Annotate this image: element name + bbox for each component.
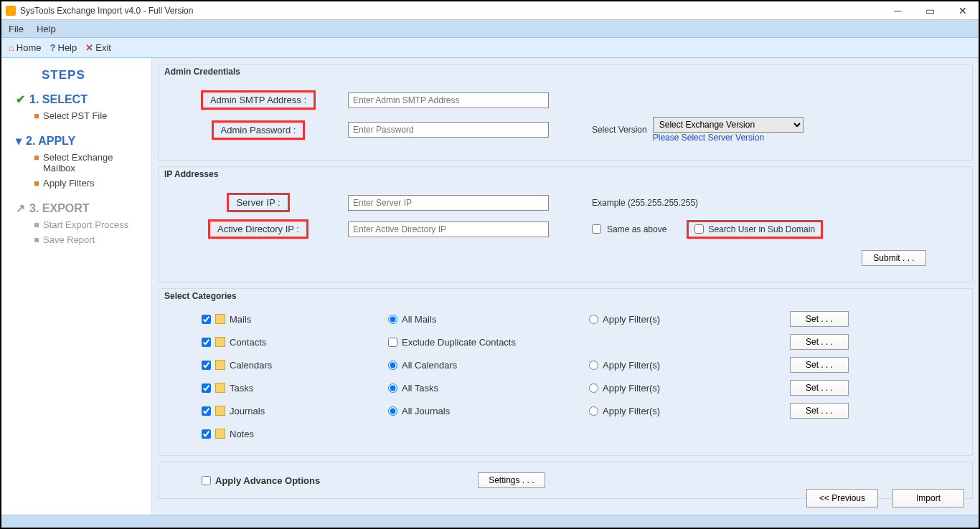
set-button[interactable]: Set . . . bbox=[790, 357, 849, 373]
step-2-heading[interactable]: ▾2. APPLY bbox=[16, 134, 143, 148]
apply-filter-radio[interactable] bbox=[589, 383, 598, 393]
category-label: Mails bbox=[230, 314, 251, 325]
ip-example-text: Example (255.255.255.255) bbox=[592, 198, 698, 208]
category-checkbox[interactable] bbox=[202, 406, 211, 416]
window-title: SysTools Exchange Import v4.0 - Full Ver… bbox=[20, 6, 193, 16]
apply-filter-label: Apply Filter(s) bbox=[603, 360, 660, 371]
statusbar bbox=[1, 515, 979, 528]
select-version-label: Select Version bbox=[592, 125, 647, 135]
server-ip-input[interactable] bbox=[348, 195, 549, 211]
all-option-radio[interactable] bbox=[388, 315, 397, 324]
category-row-calendars: CalendarsAll CalendarsApply Filter(s)Set… bbox=[202, 353, 962, 376]
menubar: File Help bbox=[1, 19, 979, 38]
categories-title: Select Categories bbox=[159, 289, 972, 303]
category-row-notes: Notes bbox=[202, 422, 962, 445]
category-label: Calendars bbox=[230, 360, 272, 371]
all-option-radio[interactable] bbox=[388, 361, 397, 370]
all-option-label: All Mails bbox=[402, 314, 436, 325]
category-checkbox[interactable] bbox=[202, 429, 211, 439]
same-as-above-checkbox[interactable] bbox=[592, 224, 601, 234]
all-option-label: All Calendars bbox=[402, 360, 457, 371]
all-option-label: All Journals bbox=[402, 406, 450, 416]
settings-button[interactable]: Settings . . . bbox=[478, 472, 545, 488]
category-icon bbox=[215, 337, 225, 347]
category-row-mails: MailsAll MailsApply Filter(s)Set . . . bbox=[202, 308, 962, 330]
set-button[interactable]: Set . . . bbox=[790, 334, 849, 350]
category-icon bbox=[215, 314, 225, 324]
toolbar-exit[interactable]: ✕Exit bbox=[85, 42, 111, 53]
step-3-item-0: Start Export Process bbox=[34, 219, 143, 230]
bullet-icon bbox=[34, 238, 39, 242]
submit-button[interactable]: Submit . . . bbox=[862, 250, 926, 266]
bullet-icon bbox=[34, 223, 39, 227]
exclude-dup-checkbox[interactable] bbox=[388, 338, 397, 347]
step-3-item-1: Save Report bbox=[34, 234, 143, 245]
apply-filter-label: Apply Filter(s) bbox=[603, 314, 660, 325]
ad-ip-input[interactable] bbox=[348, 221, 549, 237]
category-label: Tasks bbox=[230, 383, 253, 394]
maximize-button[interactable]: ▭ bbox=[914, 1, 946, 19]
search-sub-domain-checkbox[interactable] bbox=[694, 224, 704, 234]
set-button[interactable]: Set . . . bbox=[790, 380, 849, 396]
admin-password-input[interactable] bbox=[348, 122, 549, 138]
check-icon: ✔ bbox=[16, 92, 25, 106]
home-icon: ⌂ bbox=[9, 42, 14, 53]
admin-smtp-input[interactable] bbox=[348, 92, 549, 108]
category-label: Contacts bbox=[230, 337, 266, 348]
select-version-dropdown[interactable]: Select Exchange Version bbox=[653, 117, 804, 133]
filter-icon: ▾ bbox=[16, 134, 22, 148]
all-option-radio[interactable] bbox=[388, 383, 397, 393]
set-button[interactable]: Set . . . bbox=[790, 311, 849, 327]
search-sub-domain-label: Search User in Sub Domain bbox=[708, 224, 815, 234]
apply-advance-label: Apply Advance Options bbox=[215, 475, 320, 486]
apply-filter-label: Apply Filter(s) bbox=[603, 406, 660, 416]
category-checkbox[interactable] bbox=[202, 383, 211, 393]
step-2-item-0[interactable]: Select Exchange Mailbox bbox=[34, 152, 143, 173]
category-icon bbox=[215, 429, 225, 439]
group-categories: Select Categories MailsAll MailsApply Fi… bbox=[158, 288, 973, 456]
apply-advance-checkbox[interactable] bbox=[202, 476, 211, 485]
app-icon bbox=[6, 6, 16, 16]
group-ip-addresses: IP Addresses Server IP : Example (255.25… bbox=[158, 166, 973, 282]
close-button[interactable]: ✕ bbox=[946, 1, 979, 19]
search-sub-domain-box: Search User in Sub Domain bbox=[687, 220, 823, 239]
toolbar: ⌂Home ?Help ✕Exit bbox=[1, 38, 979, 58]
apply-filter-label: Apply Filter(s) bbox=[603, 383, 660, 394]
select-version-hint: Please Select Server Version bbox=[653, 133, 804, 143]
apply-filter-radio[interactable] bbox=[589, 406, 598, 416]
server-ip-label: Server IP : bbox=[227, 193, 289, 212]
menu-help[interactable]: Help bbox=[37, 24, 56, 34]
admin-group-title: Admin Credentials bbox=[159, 65, 972, 79]
group-admin-credentials: Admin Credentials Admin SMTP Address : A… bbox=[158, 64, 973, 161]
bullet-icon bbox=[34, 114, 39, 118]
category-checkbox[interactable] bbox=[202, 361, 211, 370]
step-1-heading[interactable]: ✔1. SELECT bbox=[16, 92, 143, 106]
minimize-button[interactable]: ─ bbox=[882, 1, 914, 19]
category-row-tasks: TasksAll TasksApply Filter(s)Set . . . bbox=[202, 376, 962, 399]
ip-group-title: IP Addresses bbox=[159, 167, 972, 181]
previous-button[interactable]: << Previous bbox=[806, 489, 878, 507]
step-2-item-1[interactable]: Apply Filters bbox=[34, 178, 143, 189]
category-row-contacts: ContactsExclude Duplicate ContactsSet . … bbox=[202, 330, 962, 353]
apply-filter-radio[interactable] bbox=[589, 315, 598, 324]
apply-filter-radio[interactable] bbox=[589, 361, 598, 370]
category-icon bbox=[215, 383, 225, 393]
set-button[interactable]: Set . . . bbox=[790, 403, 849, 419]
category-checkbox[interactable] bbox=[202, 315, 211, 324]
ad-ip-label: Active Directory IP : bbox=[208, 219, 308, 239]
step-1-item-0[interactable]: Select PST File bbox=[34, 110, 143, 121]
category-label: Journals bbox=[230, 406, 265, 416]
all-option-radio[interactable] bbox=[388, 406, 397, 416]
toolbar-home[interactable]: ⌂Home bbox=[9, 42, 42, 53]
import-button[interactable]: Import bbox=[892, 489, 964, 507]
bullet-icon bbox=[34, 156, 39, 160]
menu-file[interactable]: File bbox=[9, 24, 24, 34]
help-icon: ? bbox=[50, 42, 56, 53]
category-label: Notes bbox=[230, 429, 254, 439]
toolbar-help[interactable]: ?Help bbox=[50, 42, 77, 53]
admin-smtp-label: Admin SMTP Address : bbox=[201, 90, 316, 110]
sidebar: STEPS ✔1. SELECT Select PST File ▾2. APP… bbox=[1, 58, 152, 515]
same-as-above-label: Same as above bbox=[607, 224, 666, 234]
titlebar: SysTools Exchange Import v4.0 - Full Ver… bbox=[1, 1, 979, 19]
category-checkbox[interactable] bbox=[202, 338, 211, 347]
